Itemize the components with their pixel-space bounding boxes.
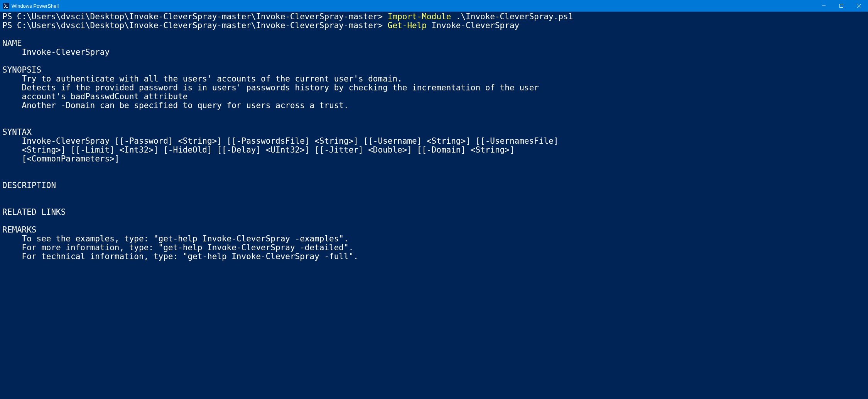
minimize-button[interactable] [815,0,833,12]
section-description-header: DESCRIPTION [2,181,56,190]
remarks-line-1: To see the examples, type: "get-help Inv… [2,234,349,243]
powershell-window: Windows PowerShell PS C:\Users\dvsci\Des… [0,0,868,399]
titlebar[interactable]: Windows PowerShell [0,0,868,12]
prompt-line-1: PS C:\Users\dvsci\Desktop\Invoke-CleverS… [2,12,388,21]
command-import-module: Import-Module [388,12,451,21]
synopsis-line-1: Try to authenticate with all the users' … [2,74,402,83]
section-name-header: NAME [2,39,22,48]
syntax-line-3: [<CommonParameters>] [2,154,119,163]
section-related-links-header: RELATED LINKS [2,207,66,217]
section-syntax-header: SYNTAX [2,127,32,137]
synopsis-line-4: Another -Domain can be specified to quer… [2,101,349,110]
maximize-button[interactable] [833,0,850,12]
command-arg-2: Invoke-CleverSpray [427,21,519,30]
prompt-line-2: PS C:\Users\dvsci\Desktop\Invoke-CleverS… [2,21,388,30]
synopsis-line-2: Detects if the provided password is in u… [2,83,539,92]
remarks-line-2: For more information, type: "get-help In… [2,243,353,252]
section-synopsis-header: SYNOPSIS [2,65,41,75]
section-name-value: Invoke-CleverSpray [2,48,110,57]
window-controls [815,0,868,12]
section-remarks-header: REMARKS [2,225,37,234]
remarks-line-3: For technical information, type: "get-he… [2,252,358,261]
command-get-help: Get-Help [388,21,427,30]
svg-rect-3 [840,4,843,8]
syntax-line-2: <String>] [[-Limit] <Int32>] [-HideOld] … [2,145,515,155]
command-arg-1: .\Invoke-CleverSpray.ps1 [451,12,573,21]
close-button[interactable] [850,0,868,12]
terminal-output[interactable]: PS C:\Users\dvsci\Desktop\Invoke-CleverS… [0,12,868,399]
synopsis-line-3: account's badPasswdCount attribute [2,92,187,101]
syntax-line-1: Invoke-CleverSpray [[-Password] <String>… [2,136,558,146]
window-title: Windows PowerShell [12,3,59,9]
powershell-icon [3,3,9,9]
